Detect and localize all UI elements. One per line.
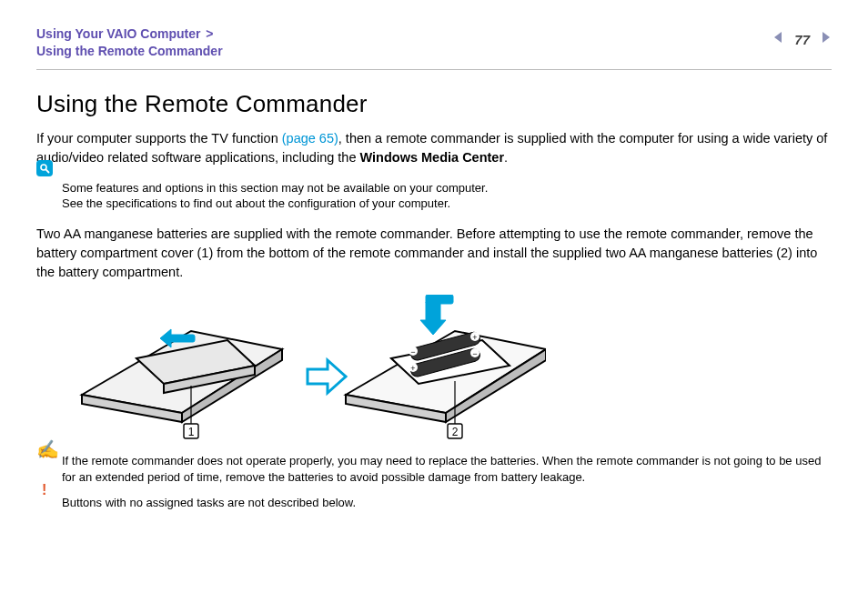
page-header: Using Your VAIO Computer > Using the Rem… [36,25,832,60]
page-65-link[interactable]: (page 65) [282,131,338,146]
battery-figure: 1 − + [73,295,832,446]
warning-text: Buttons with no assigned tasks are not d… [62,496,356,509]
battery-paragraph: Two AA manganese batteries are supplied … [36,225,832,282]
svg-text:+: + [410,364,415,373]
body-text: If your computer supports the TV functio… [36,129,832,512]
tip-text: If the remote commander does not operate… [62,454,821,484]
spec-note-line1: Some features and options in this sectio… [62,180,832,196]
svg-text:−: − [410,347,415,357]
callout-2: 2 [452,426,459,438]
page-number: 77 [794,32,810,47]
svg-rect-29 [426,295,453,304]
svg-text:−: − [472,349,477,358]
svg-line-3 [45,169,48,172]
magnifier-icon [36,160,53,176]
tip-note: ✍ If the remote commander does not opera… [62,453,832,486]
svg-marker-13 [308,360,346,393]
svg-marker-10 [160,329,171,347]
header-rule [36,69,832,70]
wmc-bold: Windows Media Center [359,150,504,165]
callout-1: 1 [188,426,195,438]
svg-marker-0 [774,32,782,43]
crumb-separator: > [206,26,213,41]
crumb-parent: Using Your VAIO Computer [36,26,200,41]
warning-icon: ! [42,480,46,500]
pager: 77 [772,25,832,47]
svg-marker-28 [420,302,446,335]
spec-note-line2: See the specifications to find out about… [62,196,832,212]
warning-note: ! Buttons with no assigned tasks are not… [62,495,832,511]
spec-note: Some features and options in this sectio… [62,180,832,212]
svg-marker-1 [823,32,830,43]
manual-page: Using Your VAIO Computer > Using the Rem… [0,0,868,613]
prev-page-icon[interactable] [772,31,785,47]
intro-paragraph: If your computer supports the TV functio… [36,129,832,167]
breadcrumb: Using Your VAIO Computer > Using the Rem… [36,25,772,60]
page-title: Using the Remote Commander [36,90,832,118]
crumb-current: Using the Remote Commander [36,44,223,58]
pencil-icon: ✍ [36,437,59,462]
svg-text:+: + [472,333,477,342]
next-page-icon[interactable] [819,31,832,47]
